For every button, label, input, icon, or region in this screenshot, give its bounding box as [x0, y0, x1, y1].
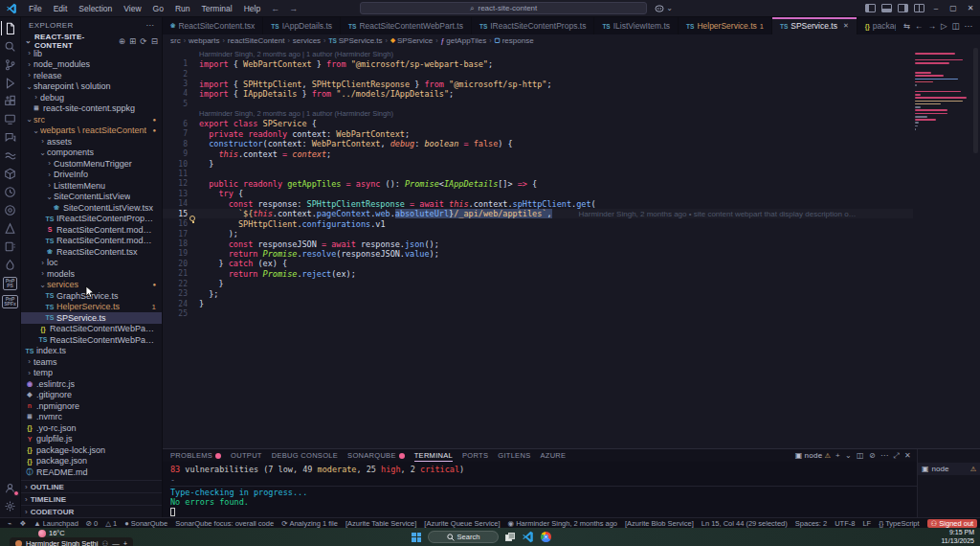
nav-forward-icon[interactable]: → — [284, 4, 302, 13]
tree-file-sitecontentlistview-tsx[interactable]: ❀SiteContentListView.tsx — [21, 202, 162, 214]
settings-gear-icon[interactable] — [1, 497, 20, 515]
toggle-secondary-sidebar-icon[interactable] — [898, 4, 908, 12]
weather-widget[interactable]: 16°C — [38, 529, 65, 537]
analyzing-item[interactable]: ⟳Analyzing 1 file — [278, 519, 342, 528]
tree-folder-webparts-reactsitecontent[interactable]: ⌄webparts \ reactSiteContent● — [21, 125, 162, 137]
warnings-item[interactable]: △1 — [101, 519, 121, 528]
tree-folder-release[interactable]: ›release — [21, 70, 162, 81]
tree-file--eslintrc-js[interactable]: ◉.eslintrc.js — [21, 378, 162, 390]
breadcrumb-item-response[interactable]: ▢response — [495, 36, 534, 45]
sonarqube-focus-item[interactable]: SonarQube focus: overall code — [171, 519, 278, 528]
sonarqube-waves-icon[interactable] — [1, 147, 20, 165]
close-panel-icon[interactable]: ✕ — [904, 451, 911, 461]
section-codetour[interactable]: ›CODETOUR — [21, 505, 162, 517]
live-share-icon[interactable] — [1, 128, 20, 147]
menu-terminal[interactable]: Terminal — [196, 4, 238, 13]
split-terminal-icon[interactable]: ◫ — [857, 451, 864, 461]
tree-folder-services[interactable]: ⌄services● — [21, 280, 162, 291]
errors-item[interactable]: ⊘0 — [82, 519, 101, 528]
source-control-icon[interactable] — [1, 56, 20, 74]
tree-file--npmignore[interactable]: n.npmignore — [21, 400, 162, 412]
tree-file-reactsitecontentwebpart-manifest-js-[interactable]: {}ReactSiteContentWebPart.manifest.js… — [21, 324, 162, 335]
tree-folder-sitecontentlistview[interactable]: ⌄SiteContentListView — [21, 192, 162, 203]
tab-close-icon[interactable]: ✕ — [843, 22, 849, 30]
menu-selection[interactable]: Selection — [73, 4, 118, 13]
tree-file-reactsitecontentwebpart-ts[interactable]: TSReactSiteContentWebPart.ts — [21, 334, 162, 346]
tree-file-index-ts[interactable]: TSindex.ts — [21, 346, 162, 357]
tab-spservice-ts[interactable]: TSSPService.ts✕ — [772, 17, 858, 34]
eol-item[interactable]: LF — [858, 519, 875, 528]
tree-folder-src[interactable]: ⌄src● — [21, 114, 162, 125]
extensions-icon[interactable] — [1, 92, 20, 110]
menu-help[interactable]: Help — [238, 4, 266, 13]
forward-icon[interactable]: → — [927, 21, 936, 31]
launchpad-item[interactable]: ▲Launchpad — [30, 519, 82, 528]
run-debug-icon[interactable] — [1, 74, 20, 92]
taskbar-search[interactable]: Search — [428, 531, 499, 543]
contact-widget[interactable]: Harminder Singh Sethi ⚇ — + — [10, 537, 133, 546]
nav-back-icon[interactable]: ← — [266, 4, 284, 13]
terminal-shell-label[interactable]: ▣ node ⚠ — [795, 451, 831, 460]
editor-scrollbar[interactable] — [973, 48, 978, 153]
terminal-output[interactable]: 83 vulnerabilities (7 low, 49 moderate, … — [163, 462, 917, 517]
breadcrumb-item-spservice[interactable]: ◆SPService — [390, 36, 433, 45]
codelens-annotation[interactable]: Harminder Singh, 2 months ago | 1 author… — [163, 49, 913, 58]
tree-file-readme-md[interactable]: ⓘREADME.md — [21, 466, 162, 478]
back-icon[interactable]: ← — [915, 21, 924, 31]
run-debug-icon[interactable]: ▷ — [941, 21, 947, 31]
tab-reactsitecontentwebpart-ts[interactable]: TSReactSiteContentWebPart.ts — [341, 17, 472, 34]
tab-helperservice-ts[interactable]: TSHelperService.ts1 — [679, 17, 772, 34]
panel-tab-azure[interactable]: AZURE — [540, 449, 566, 462]
tree-folder-driveinfo[interactable]: ›DriveInfo — [21, 170, 162, 181]
tree-file-package-json[interactable]: {}package.json — [21, 456, 162, 467]
remote-indicator-icon[interactable]: ⌁ — [4, 519, 16, 528]
flame-icon[interactable] — [1, 256, 20, 274]
tree-file-reactsitecontent-module-scss-ts[interactable]: TSReactSiteContent.module.scss.ts — [21, 236, 162, 247]
minimap[interactable] — [915, 50, 969, 135]
customize-layout-icon[interactable] — [914, 4, 924, 12]
widget-add-button[interactable]: + — [123, 539, 127, 546]
indentation-item[interactable]: Spaces: 2 — [791, 519, 831, 528]
panel-tab-sonarqube[interactable]: SONARQUBE — [347, 449, 405, 462]
tree-file-reactsitecontent-module-scss[interactable]: SReactSiteContent.module.scss — [21, 224, 162, 236]
new-folder-icon[interactable]: ⊞ — [129, 36, 136, 46]
tree-folder-custommenutrigger[interactable]: ›CustomMenuTrigger — [21, 158, 162, 170]
panel-tab-problems[interactable]: PROBLEMS — [170, 449, 221, 462]
tree-file-spservice-ts[interactable]: TSSPService.ts — [21, 312, 162, 324]
menu-edit[interactable]: Edit — [48, 4, 74, 13]
tree-folder-temp[interactable]: ›temp — [21, 368, 162, 379]
sidebar-more-actions-icon[interactable]: ⋯ — [146, 21, 154, 30]
project-section-header[interactable]: ⌄ REACT-SITE-CONTENT ⊕⊞⟳⊟ — [21, 34, 162, 48]
kill-terminal-icon[interactable]: ⊘ — [869, 451, 876, 461]
new-terminal-icon[interactable]: + — [835, 451, 840, 461]
gitlens-compare-icon[interactable]: ⇆ — [903, 21, 910, 31]
code-editor[interactable]: Harminder Singh, 2 months ago | 1 author… — [163, 46, 980, 448]
panel-tab-gitlens[interactable]: GITLENS — [498, 449, 530, 462]
pnp-ps-icon[interactable]: PnP PS — [1, 274, 20, 292]
tree-file-helperservice-ts[interactable]: TSHelperService.ts1 — [21, 302, 162, 313]
language-item[interactable]: {}TypeScript — [875, 519, 923, 528]
tab-ireactsitecontentprops-ts[interactable]: TSIReactSiteContentProps.ts — [472, 17, 594, 34]
tree-folder-sharepoint-solution[interactable]: ⌄sharepoint \ solution — [21, 81, 162, 93]
pnp-spfx-icon[interactable]: PnP SPFx — [1, 292, 20, 310]
cursor-position-item[interactable]: Ln 15, Col 44 (29 selected) — [698, 519, 791, 528]
gitlens-icon[interactable]: ❖ — [16, 519, 31, 528]
new-file-icon[interactable]: ⊕ — [119, 36, 125, 46]
taskbar-clock[interactable]: 9:15 PM 11/13/2025 — [941, 529, 974, 545]
task-view-button[interactable] — [505, 533, 515, 541]
chrome-taskbar-icon[interactable] — [541, 532, 551, 542]
toggle-panel-icon[interactable] — [881, 4, 892, 12]
remote-explorer-icon[interactable] — [1, 110, 20, 128]
circle-tool-icon[interactable] — [1, 201, 20, 219]
menu-run[interactable]: Run — [169, 4, 196, 13]
tree-folder-listitemmenu[interactable]: ›ListItemMenu — [21, 180, 162, 192]
docker-cube-icon[interactable] — [1, 165, 20, 183]
breadcrumb-item-services[interactable]: services — [293, 36, 321, 45]
search-icon[interactable] — [1, 37, 20, 56]
widget-minimize-button[interactable]: — — [112, 539, 120, 546]
window-minimize-button[interactable]: – — [928, 1, 944, 16]
tab-package-solution-json[interactable]: {}package-solution.json — [858, 17, 896, 34]
breadcrumb[interactable]: src›webparts›reactSiteContent›services›T… — [163, 34, 980, 46]
azure-icon[interactable] — [1, 219, 20, 238]
tree-file-gulpfile-js[interactable]: Ygulpfile.js — [21, 434, 162, 445]
